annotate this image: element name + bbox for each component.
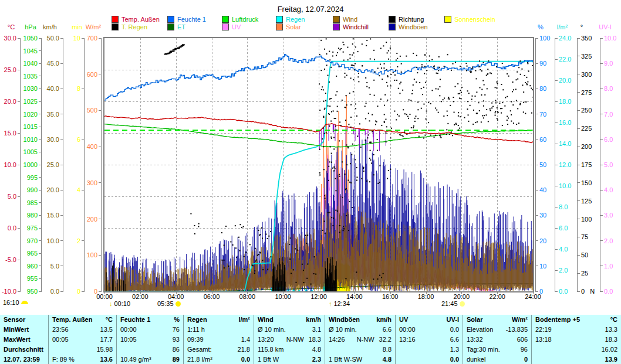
table-row-label: Sensor <box>0 315 48 325</box>
axis-tick-label-wm2: 700 <box>77 35 97 42</box>
table-column-regen: Regenl/m²1:11 h09:391.4Gesamt:21.821.8 l… <box>183 315 254 364</box>
axis-tick-label-min: 4 <box>60 186 80 193</box>
axis-tick-label-deg: 225 <box>581 125 592 132</box>
table-column-header: Bodentemp +5°C <box>532 315 621 325</box>
axis-header-deg: ° <box>580 23 583 30</box>
table-cell-label: 13:18 <box>535 336 552 343</box>
axis-tick-label-kmh: 15.0 <box>39 212 59 219</box>
table-cell-direction: N-NW <box>357 336 374 343</box>
axis-tick-kmh <box>60 63 63 64</box>
table-cell-row: 21.8 l/m²0.0 <box>184 354 254 364</box>
axis-tick-label-hpa: 990 <box>18 186 38 193</box>
table-column-unit: UV-I <box>447 316 459 323</box>
axis-tick-deg <box>578 110 580 111</box>
axis-tick-deg <box>578 128 580 129</box>
axis-tick-label-lm2: 16.0 <box>559 119 571 126</box>
axis-tick-uvi <box>600 63 603 64</box>
legend-item-label: Wind <box>343 16 357 23</box>
up-arrow-icon: ↑ <box>329 301 332 307</box>
axis-tick-label-temp: 30.0 <box>0 35 16 42</box>
table-cell-row: F: 89 %13.6 <box>49 354 116 364</box>
axis-tick-min <box>82 190 84 190</box>
axis-tick-temp <box>18 70 20 70</box>
axis-tick-lm2 <box>555 38 558 39</box>
axis-tick-label-wm2: 0 <box>77 288 97 295</box>
legend-item-temp-au-en: Temp. Außen <box>112 16 160 23</box>
legend-item-label: T. Regen <box>122 23 147 30</box>
axis-tick-lm2 <box>555 228 558 229</box>
x-axis-tick-label: 04:00 <box>168 293 184 300</box>
axis-tick-pct <box>536 190 538 190</box>
table-cell-row: 8.8 <box>325 344 395 354</box>
axis-tick-label-lm2: 2.0 <box>559 267 568 274</box>
axis-tick-min <box>82 240 84 241</box>
axis-line-lm2 <box>555 38 555 292</box>
axis-tick-lm2 <box>555 123 558 123</box>
legend-item-label: Luftdruck <box>232 16 258 23</box>
x-axis-tick-label: 12:00 <box>310 293 327 300</box>
table-cell-label: 13:32 <box>467 336 483 343</box>
table-cell-label: 1:11 h <box>187 326 205 333</box>
axis-tick-wm2 <box>99 74 101 74</box>
axis-tick-lm2 <box>555 165 558 165</box>
table-column-header: Windkm/h <box>254 315 325 325</box>
axis-tick-uvi <box>600 291 603 292</box>
legend-item-luftdruck: Luftdruck <box>222 16 258 23</box>
axis-tick-label-min: 2 <box>60 237 80 244</box>
axis-tick-label-pct: 60 <box>539 136 546 143</box>
axis-tick-label-deg: 325 <box>581 53 592 60</box>
axis-tick-hpa <box>39 50 41 51</box>
table-cell-label: 00:05 <box>52 336 69 343</box>
axis-tick-label-kmh: 5.0 <box>39 263 59 270</box>
axis-tick-label-deg: 50 <box>581 251 588 258</box>
axis-header-hpa: hPa <box>25 23 36 30</box>
table-cell-row: 13.9 <box>532 354 621 364</box>
axis-tick-min <box>82 89 84 89</box>
table-cell-direction: N-NW <box>286 336 304 343</box>
axis-tick-label-deg: 250 <box>581 107 592 114</box>
legend-item-richtung: Richtung <box>389 16 424 23</box>
x-axis-tick-label: 10:00 <box>275 293 291 300</box>
legend-color-swatch-icon <box>333 23 340 30</box>
table-cell-row: 1.3 <box>396 344 463 354</box>
axis-tick-wm2 <box>99 255 101 256</box>
table-column-header: Feuchte 1% <box>117 315 183 325</box>
axis-tick-label-pct: 100 <box>539 35 550 42</box>
axis-tick-label-wm2: 200 <box>77 216 97 223</box>
axis-tick-label-kmh: 40.0 <box>39 85 59 92</box>
axis-line-deg <box>577 38 578 292</box>
table-row-label: MaxWert <box>0 335 48 345</box>
x-axis-tick-label: 22:00 <box>489 293 505 300</box>
axis-tick-label-lm2: 6.0 <box>559 224 568 232</box>
table-column-windb-en: Windböenkm/hØ 10 min.6.614:26N-NW32.28.8… <box>325 315 395 364</box>
axis-tick-label-wm2: 400 <box>77 143 97 150</box>
legend-color-swatch-icon <box>112 23 119 30</box>
axis-tick-label-lm2: 0.0 <box>559 288 568 295</box>
table-cell-value: -13.835 <box>506 326 528 333</box>
table-cell-value: 13.3 <box>605 326 617 333</box>
table-column-header: Windböenkm/h <box>325 315 395 325</box>
x-axis-tick-label: 02:00 <box>132 293 148 300</box>
table-column-unit: °C <box>610 316 617 323</box>
axis-header-pct: % <box>538 23 544 30</box>
axis-tick-label-wm2: 100 <box>77 251 97 258</box>
axis-tick-label-hpa: 1000 <box>18 161 38 168</box>
axis-tick-label-kmh: 30.0 <box>39 136 59 143</box>
axis-tick-hpa <box>39 253 41 254</box>
axis-tick-label-deg: 75 <box>581 233 588 240</box>
axis-tick-deg <box>578 56 580 56</box>
axis-tick-label-uvi: 3.0 <box>604 212 613 219</box>
table-cell-row: 10.49 g/m³89 <box>117 354 183 364</box>
table-column-unit: l/m² <box>238 316 250 323</box>
axis-tick-wm2 <box>99 291 101 292</box>
axis-tick-label-deg: 125 <box>581 198 592 205</box>
table-cell-label: 115.8 km <box>258 346 284 353</box>
table-cell-value: 18.3 <box>309 336 321 343</box>
table-cell-label: 21.8 l/m² <box>187 356 212 363</box>
axis-tick-label-temp: 10.0 <box>0 161 16 168</box>
axis-header-lm2: l/m² <box>557 23 568 30</box>
axis-tick-label-kmh: 35.0 <box>39 111 59 118</box>
axis-tick-hpa <box>39 177 41 178</box>
table-cell-value: 8.8 <box>383 346 392 353</box>
legend-item-wind: Wind <box>333 16 357 23</box>
